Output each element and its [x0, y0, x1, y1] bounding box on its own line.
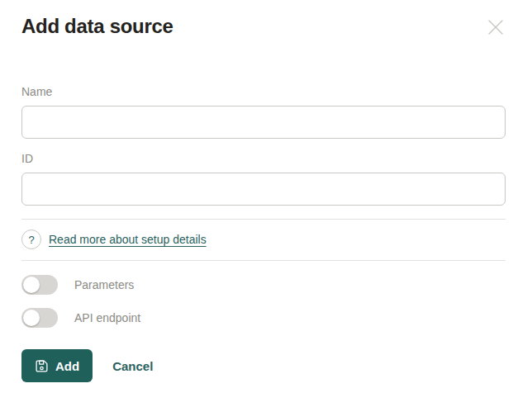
close-icon	[486, 27, 506, 40]
dialog-header: Add data source	[21, 15, 506, 38]
parameters-toggle-row: Parameters	[21, 275, 506, 295]
dialog-actions: Add Cancel	[21, 349, 506, 395]
id-input[interactable]	[21, 173, 506, 206]
setup-details-link[interactable]: Read more about setup details	[49, 233, 207, 246]
add-data-source-dialog: Add data source Name ID ? Read more abou…	[0, 0, 532, 407]
add-button[interactable]: Add	[21, 349, 93, 382]
help-row: ? Read more about setup details	[21, 220, 506, 260]
name-label: Name	[21, 85, 506, 99]
toggle-knob	[23, 277, 40, 293]
parameters-toggle[interactable]	[21, 275, 58, 295]
add-button-label: Add	[55, 359, 79, 373]
api-endpoint-toggle[interactable]	[21, 308, 58, 328]
name-input[interactable]	[21, 106, 506, 139]
cancel-button[interactable]: Cancel	[112, 359, 153, 373]
parameters-toggle-label: Parameters	[74, 278, 134, 291]
api-endpoint-toggle-label: API endpoint	[74, 311, 140, 324]
id-label: ID	[21, 152, 506, 166]
toggle-group: Parameters API endpoint	[21, 261, 506, 328]
question-mark-icon[interactable]: ?	[21, 230, 41, 249]
save-floppy-icon	[35, 359, 49, 373]
dialog-title: Add data source	[21, 15, 173, 38]
toggle-knob	[23, 310, 40, 326]
api-endpoint-toggle-row: API endpoint	[21, 308, 506, 328]
close-button[interactable]	[486, 17, 506, 37]
